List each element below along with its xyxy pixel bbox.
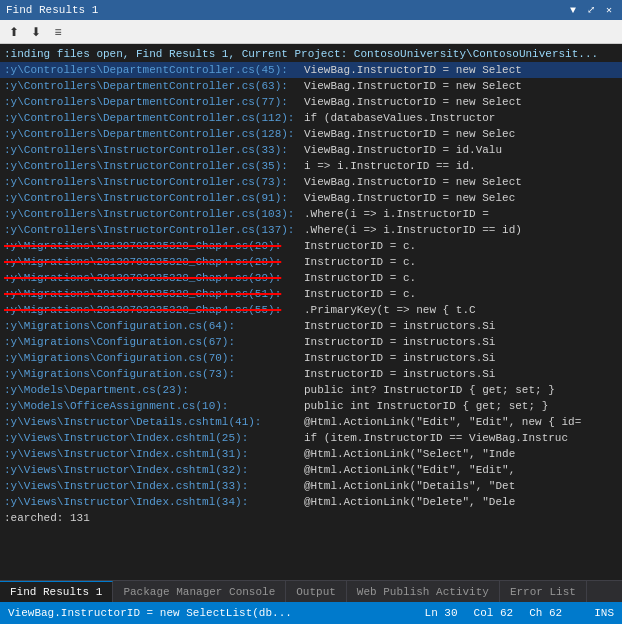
table-row[interactable]: :y\Migrations\20130703235328_Chap4.cs(28…	[0, 254, 622, 270]
table-row[interactable]: :y\Views\Instructor\Index.cshtml(33): @H…	[0, 478, 622, 494]
tab-error-list[interactable]: Error List	[500, 581, 587, 602]
tab-find-results-1[interactable]: Find Results 1	[0, 581, 113, 602]
table-row[interactable]: :y\Models\OfficeAssignment.cs(10): publi…	[0, 398, 622, 414]
table-row[interactable]: :y\Controllers\InstructorController.cs(3…	[0, 158, 622, 174]
result-file: :y\Migrations\20130703235328_Chap4.cs(28…	[4, 254, 304, 270]
table-row[interactable]: :y\Migrations\Configuration.cs(70): Inst…	[0, 350, 622, 366]
result-code: i => i.InstructorID == id.	[304, 158, 476, 174]
result-code: if (databaseValues.Instructor	[304, 110, 495, 126]
result-file: :y\Models\OfficeAssignment.cs(10):	[4, 398, 304, 414]
table-row[interactable]: :y\Controllers\DepartmentController.cs(6…	[0, 78, 622, 94]
table-row[interactable]: :y\Controllers\DepartmentController.cs(1…	[0, 126, 622, 142]
info-line: :inding files open, Find Results 1, Curr…	[0, 46, 622, 62]
result-code: InstructorID = c.	[304, 286, 416, 302]
status-bar: ViewBag.InstructorID = new SelectList(db…	[0, 602, 622, 624]
result-file: :y\Views\Instructor\Index.cshtml(32):	[4, 462, 304, 478]
result-code: InstructorID = instructors.Si	[304, 318, 495, 334]
status-positions: Ln 30 Col 62 Ch 62 INS	[425, 607, 614, 619]
table-row[interactable]: :y\Models\Department.cs(23): public int?…	[0, 382, 622, 398]
result-file: :y\Models\Department.cs(23):	[4, 382, 304, 398]
table-row[interactable]: :y\Views\Instructor\Index.cshtml(32): @H…	[0, 462, 622, 478]
result-file: :y\Controllers\DepartmentController.cs(1…	[4, 126, 304, 142]
main-content: :inding files open, Find Results 1, Curr…	[0, 44, 622, 580]
window-title: Find Results 1	[6, 4, 98, 16]
table-row[interactable]: :y\Controllers\InstructorController.cs(3…	[0, 142, 622, 158]
result-code: InstructorID = instructors.Si	[304, 350, 495, 366]
table-row[interactable]: :y\Controllers\DepartmentController.cs(4…	[0, 62, 622, 78]
tab-bar: Find Results 1Package Manager ConsoleOut…	[0, 580, 622, 602]
result-file: :y\Controllers\DepartmentController.cs(6…	[4, 78, 304, 94]
tab-package-manager-console[interactable]: Package Manager Console	[113, 581, 286, 602]
result-file: :y\Views\Instructor\Index.cshtml(33):	[4, 478, 304, 494]
result-file: :y\Migrations\Configuration.cs(64):	[4, 318, 304, 334]
status-ch: Ch 62	[529, 607, 562, 619]
result-file: :y\Views\Instructor\Index.cshtml(34):	[4, 494, 304, 510]
result-file: :y\Migrations\20130703235328_Chap4.cs(51…	[4, 286, 304, 302]
result-code: @Html.ActionLink("Edit", "Edit", new { i…	[304, 414, 581, 430]
next-result-button[interactable]: ⬇	[26, 22, 46, 42]
table-row[interactable]: :y\Migrations\20130703235328_Chap4.cs(39…	[0, 270, 622, 286]
result-code: ViewBag.InstructorID = new Selec	[304, 126, 515, 142]
result-code: ViewBag.InstructorID = new Select	[304, 78, 522, 94]
pin-button[interactable]: ▼	[566, 5, 580, 16]
table-row[interactable]: :y\Views\Instructor\Details.cshtml(41): …	[0, 414, 622, 430]
result-code: @Html.ActionLink("Edit", "Edit",	[304, 462, 515, 478]
prev-result-button[interactable]: ⬆	[4, 22, 24, 42]
title-controls: ▼ ⤢ ✕	[566, 4, 616, 16]
result-file: :y\Views\Instructor\Index.cshtml(31):	[4, 446, 304, 462]
result-file: :y\Migrations\20130703235328_Chap4.cs(55…	[4, 302, 304, 318]
result-code: InstructorID = instructors.Si	[304, 334, 495, 350]
result-file: :y\Controllers\DepartmentController.cs(7…	[4, 94, 304, 110]
table-row[interactable]: :y\Migrations\20130703235328_Chap4.cs(51…	[0, 286, 622, 302]
table-row[interactable]: :y\Views\Instructor\Index.cshtml(34): @H…	[0, 494, 622, 510]
result-code: ViewBag.InstructorID = id.Valu	[304, 142, 502, 158]
status-text: ViewBag.InstructorID = new SelectList(db…	[8, 607, 425, 619]
result-file: :y\Migrations\20130703235328_Chap4.cs(20…	[4, 238, 304, 254]
status-ins: INS	[594, 607, 614, 619]
table-row[interactable]: :y\Migrations\Configuration.cs(67): Inst…	[0, 334, 622, 350]
result-code: @Html.ActionLink("Delete", "Dele	[304, 494, 515, 510]
result-file: :y\Controllers\DepartmentController.cs(1…	[4, 110, 304, 126]
tab-web-publish-activity[interactable]: Web Publish Activity	[347, 581, 500, 602]
result-code: InstructorID = c.	[304, 254, 416, 270]
undock-button[interactable]: ⤢	[584, 4, 598, 16]
result-code: ViewBag.InstructorID = new Select	[304, 94, 522, 110]
table-row[interactable]: :y\Controllers\InstructorController.cs(1…	[0, 222, 622, 238]
result-file: :y\Controllers\InstructorController.cs(3…	[4, 142, 304, 158]
result-file: :y\Controllers\DepartmentController.cs(4…	[4, 62, 304, 78]
result-code: InstructorID = instructors.Si	[304, 366, 495, 382]
table-row[interactable]: :y\Migrations\Configuration.cs(64): Inst…	[0, 318, 622, 334]
table-row[interactable]: :y\Controllers\DepartmentController.cs(1…	[0, 110, 622, 126]
table-row[interactable]: :y\Migrations\Configuration.cs(73): Inst…	[0, 366, 622, 382]
toolbar: ⬆ ⬇ ≡	[0, 20, 622, 44]
table-row[interactable]: :y\Controllers\InstructorController.cs(9…	[0, 190, 622, 206]
searched-count: :earched: 131	[0, 510, 622, 526]
result-code: ViewBag.InstructorID = new Select	[304, 62, 522, 78]
table-row[interactable]: :y\Migrations\20130703235328_Chap4.cs(20…	[0, 238, 622, 254]
table-row[interactable]: :y\Views\Instructor\Index.cshtml(31): @H…	[0, 446, 622, 462]
result-code: InstructorID = c.	[304, 238, 416, 254]
table-row[interactable]: :y\Controllers\InstructorController.cs(7…	[0, 174, 622, 190]
result-file: :y\Migrations\Configuration.cs(70):	[4, 350, 304, 366]
status-col: Col 62	[474, 607, 514, 619]
result-file: :y\Views\Instructor\Index.cshtml(25):	[4, 430, 304, 446]
result-code: ViewBag.InstructorID = new Selec	[304, 190, 515, 206]
table-row[interactable]: :y\Controllers\DepartmentController.cs(7…	[0, 94, 622, 110]
result-code: .PrimaryKey(t => new { t.C	[304, 302, 476, 318]
result-code: if (item.InstructorID == ViewBag.Instruc	[304, 430, 568, 446]
result-file: :y\Controllers\InstructorController.cs(1…	[4, 206, 304, 222]
clear-results-button[interactable]: ≡	[48, 22, 68, 42]
close-button[interactable]: ✕	[602, 4, 616, 16]
result-file: :y\Controllers\InstructorController.cs(3…	[4, 158, 304, 174]
status-ln: Ln 30	[425, 607, 458, 619]
table-row[interactable]: :y\Views\Instructor\Index.cshtml(25): if…	[0, 430, 622, 446]
result-code: public int? InstructorID { get; set; }	[304, 382, 555, 398]
table-row[interactable]: :y\Controllers\InstructorController.cs(1…	[0, 206, 622, 222]
table-row[interactable]: :y\Migrations\20130703235328_Chap4.cs(55…	[0, 302, 622, 318]
result-file: :y\Migrations\Configuration.cs(73):	[4, 366, 304, 382]
result-file: :y\Controllers\InstructorController.cs(1…	[4, 222, 304, 238]
result-code: @Html.ActionLink("Select", "Inde	[304, 446, 515, 462]
results-area[interactable]: :inding files open, Find Results 1, Curr…	[0, 44, 622, 580]
tab-output[interactable]: Output	[286, 581, 347, 602]
result-file: :y\Controllers\InstructorController.cs(7…	[4, 174, 304, 190]
